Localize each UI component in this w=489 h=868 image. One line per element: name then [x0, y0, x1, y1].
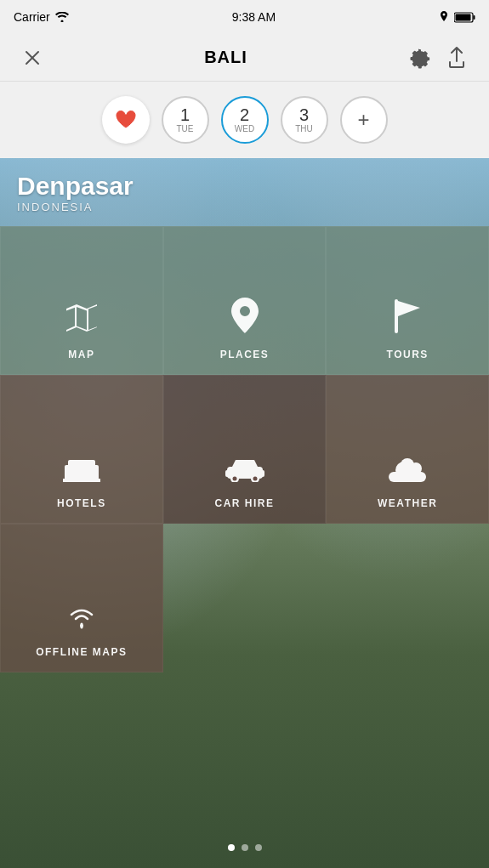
favorites-button[interactable] — [102, 96, 150, 144]
svg-point-23 — [80, 624, 83, 627]
car-hire-label: CAR HIRE — [215, 497, 275, 509]
tiles-container: MAP PLACES TOURS — [0, 226, 489, 672]
svg-rect-7 — [68, 460, 95, 467]
map-label: MAP — [68, 349, 94, 360]
tours-tile[interactable]: TOURS — [326, 226, 489, 375]
svg-point-15 — [253, 477, 257, 481]
location-header: Denpasar INDONESIA — [17, 172, 134, 213]
nav-actions — [404, 43, 472, 73]
wifi-icon — [55, 12, 69, 22]
weather-label: WEATHER — [378, 497, 437, 509]
close-button[interactable] — [17, 43, 48, 73]
day-1-number: 1 — [180, 106, 190, 123]
share-button[interactable] — [441, 43, 472, 73]
svg-rect-8 — [71, 468, 78, 475]
city-name: Denpasar — [17, 172, 134, 201]
page-title: BALI — [204, 48, 247, 67]
offline-maps-tile[interactable]: OFFLINE MAPS — [0, 524, 163, 672]
car-hire-tile[interactable]: CAR HIRE — [163, 375, 327, 524]
day-selector: 1 TUE 2 WED 3 THU + — [0, 82, 489, 158]
tiles-row-2: HOTELS CAR HIRE — [0, 375, 489, 524]
tours-icon — [393, 299, 422, 340]
weather-tile[interactable]: WEATHER — [326, 375, 489, 524]
page-indicator — [0, 844, 489, 851]
hotels-label: HOTELS — [57, 497, 106, 509]
page-dot-1 — [228, 844, 235, 851]
status-bar: Carrier 9:38 AM — [0, 0, 489, 34]
places-label: PLACES — [220, 349, 270, 360]
svg-rect-9 — [85, 468, 92, 475]
map-icon — [65, 303, 99, 340]
offline-maps-label: OFFLINE MAPS — [36, 646, 127, 658]
day-1-label: TUE — [177, 124, 194, 133]
nav-bar: BALI — [0, 34, 489, 82]
svg-rect-5 — [395, 299, 398, 333]
svg-rect-1 — [474, 15, 475, 20]
status-bar-time: 9:38 AM — [232, 10, 276, 24]
page-dot-3 — [255, 844, 262, 851]
places-icon — [231, 298, 259, 340]
main-content: Denpasar INDONESIA MAP — [0, 158, 489, 868]
tiles-row-1: MAP PLACES TOURS — [0, 226, 489, 375]
day-3-button[interactable]: 3 THU — [281, 96, 328, 144]
svg-rect-16 — [225, 470, 230, 477]
weather-icon — [389, 457, 426, 489]
hotels-tile[interactable]: HOTELS — [0, 375, 163, 524]
hotels-icon — [63, 453, 100, 489]
location-icon — [439, 11, 449, 23]
svg-rect-17 — [259, 470, 264, 477]
day-2-label: WED — [235, 124, 254, 133]
battery-icon — [454, 12, 475, 23]
svg-point-22 — [401, 458, 414, 472]
settings-button[interactable] — [404, 43, 435, 73]
day-2-number: 2 — [240, 106, 249, 123]
svg-point-13 — [232, 477, 236, 481]
map-tile[interactable]: MAP — [0, 226, 163, 375]
country-name: INDONESIA — [17, 201, 134, 213]
car-hire-icon — [225, 457, 264, 489]
carrier-label: Carrier — [14, 10, 50, 24]
day-2-button[interactable]: 2 WED — [221, 96, 269, 144]
page-dot-2 — [242, 844, 248, 851]
svg-rect-20 — [389, 472, 426, 482]
add-day-icon: + — [357, 108, 369, 132]
offline-maps-icon — [66, 605, 97, 638]
svg-rect-2 — [456, 14, 471, 20]
svg-rect-10 — [63, 479, 100, 482]
status-bar-left: Carrier — [14, 10, 69, 24]
tiles-row-3: OFFLINE MAPS — [0, 524, 489, 672]
day-1-button[interactable]: 1 TUE — [162, 96, 209, 144]
places-tile[interactable]: PLACES — [163, 226, 327, 375]
tours-label: TOURS — [387, 349, 429, 360]
status-bar-right — [439, 11, 475, 23]
add-day-button[interactable]: + — [340, 96, 388, 144]
svg-rect-18 — [237, 464, 253, 469]
day-3-label: THU — [295, 124, 313, 133]
day-3-number: 3 — [299, 106, 309, 123]
